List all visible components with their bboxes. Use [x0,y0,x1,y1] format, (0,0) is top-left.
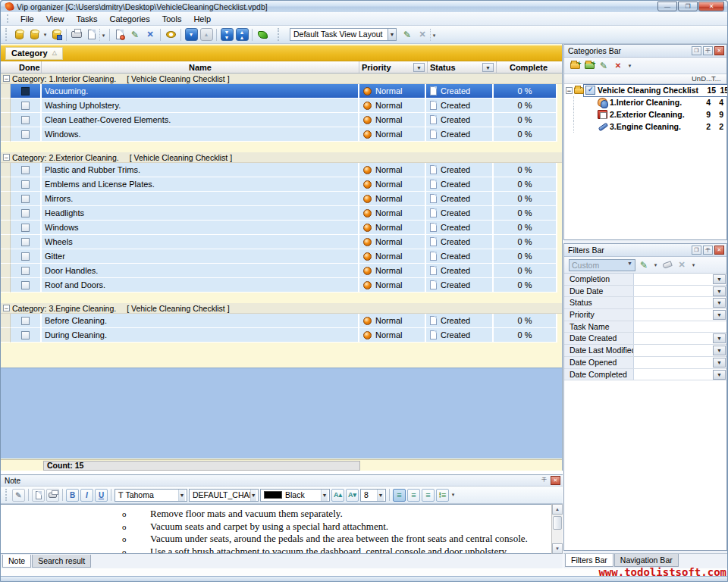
task-row[interactable]: GitterNormalCreated0 % [1,249,562,264]
align-right-button[interactable]: ≡ [422,489,435,502]
task-row[interactable]: Clean Leather-Covered Elements.NormalCre… [1,113,562,127]
task-name-cell[interactable]: Emblems and License Plates. [42,177,359,192]
pin-icon[interactable]: 干 [703,46,713,55]
column-header-priority[interactable]: Priority▼ [359,61,428,73]
task-name-cell[interactable]: Gitter [42,249,359,264]
complete-cell[interactable]: 0 % [494,278,557,293]
apply-filter-icon[interactable]: ✎ [638,259,650,271]
priority-cell[interactable]: Normal [359,221,426,235]
task-row[interactable]: Washing Upholstery.NormalCreated0 % [1,99,562,113]
filter-dropdown-icon[interactable]: ▼ [713,310,726,320]
print-icon[interactable] [69,27,84,42]
delete-category-icon[interactable]: ✕ [612,60,624,71]
complete-cell[interactable]: 0 % [494,113,557,127]
status-cell[interactable]: Created [426,264,494,278]
open-database-icon[interactable] [27,27,42,42]
filter-value-field[interactable] [634,274,713,285]
priority-cell[interactable]: Normal [359,127,426,142]
filter-row[interactable]: Priority▼ [564,309,726,321]
filter-value-field[interactable] [634,309,713,321]
done-cell[interactable] [11,221,42,235]
filter-dropdown-icon[interactable]: ▼ [713,358,726,368]
task-row[interactable]: Emblems and License Plates.NormalCreated… [1,177,562,192]
new-database-icon[interactable] [11,27,27,42]
minimize-button[interactable]: — [657,2,677,11]
task-row[interactable]: Roof and Doors.NormalCreated0 % [1,278,562,293]
priority-cell[interactable]: Normal [359,235,426,249]
edit-task-icon[interactable]: ✎ [127,27,143,42]
menu-help[interactable]: Help [187,13,217,25]
status-cell[interactable]: Created [426,99,494,113]
note-editor[interactable]: oRemove floor mats and vacuum them separ… [1,504,562,554]
move-down-icon[interactable]: ▼ [184,27,199,42]
task-row[interactable]: Mirrors.NormalCreated0 % [1,192,562,206]
layout-combo-value[interactable]: Default Task View Layout [290,28,388,41]
complete-cell[interactable]: 0 % [494,221,557,235]
print-preview-icon[interactable] [84,27,99,42]
filter-dropdown-icon[interactable]: ▼ [713,333,726,343]
complete-cell[interactable]: 0 % [494,235,557,249]
print-icon[interactable] [46,489,59,502]
priority-cell[interactable]: Normal [359,264,426,278]
category-tree-item[interactable]: 3.Engine Cleaning.22 [564,120,726,133]
task-checkbox[interactable] [21,87,30,95]
filter-value-field[interactable] [634,369,713,380]
filter-dropdown-icon[interactable]: ▼ [713,274,726,284]
done-cell[interactable] [11,328,42,343]
filter-row[interactable]: Due Date▼ [564,286,726,298]
complete-cell[interactable]: 0 % [494,192,557,206]
priority-cell[interactable]: Normal [359,177,426,192]
edit-category-icon[interactable]: ✎ [598,60,610,71]
filter-value-field[interactable] [634,286,713,297]
task-checkbox[interactable] [21,180,30,189]
task-name-cell[interactable]: Door Handles. [42,264,359,278]
task-checkbox[interactable] [21,317,30,325]
collapse-group-icon[interactable]: − [3,75,10,82]
close-panel-icon[interactable]: ✕ [714,46,724,55]
tab-navigation-bar[interactable]: Navigation Bar [614,554,679,567]
filter-row[interactable]: Date Last Modified▼ [564,345,726,357]
toolbar-overflow-icon[interactable]: ▾ [99,29,107,41]
task-name-cell[interactable]: Clean Leather-Covered Elements. [42,113,359,127]
complete-cell[interactable]: 0 % [494,206,557,221]
underline-button[interactable]: U [95,489,108,502]
tab-note[interactable]: Note [2,555,31,568]
group-row[interactable]: −Category: 2.Exterior Cleaning.[ Vehicle… [1,152,562,163]
complete-cell[interactable]: 0 % [494,127,557,142]
filter-dropdown-icon[interactable]: ▼ [713,370,726,380]
task-row[interactable]: Before Cleaning.NormalCreated0 % [1,314,562,328]
priority-cell[interactable]: Normal [359,206,426,221]
status-cell[interactable]: Created [426,163,494,177]
save-note-icon[interactable]: ✎ [12,489,25,502]
filter-dropdown-icon[interactable]: ▼ [482,63,494,72]
filter-row[interactable]: Status▼ [564,297,726,309]
task-name-cell[interactable]: Roof and Doors. [42,278,359,293]
task-row[interactable]: Vacuuming.NormalCreated0 % [1,84,562,99]
done-cell[interactable] [11,192,42,206]
filter-value-field[interactable] [634,345,713,356]
done-cell[interactable] [11,163,42,177]
menu-categories[interactable]: Categories [104,13,156,25]
close-button[interactable]: ✕ [698,2,724,11]
task-row[interactable]: During Cleaning.NormalCreated0 % [1,328,562,343]
charset-combo[interactable]: DEFAULT_CHAR ▼ [189,489,259,502]
group-by-category-chip[interactable]: Category △ [5,47,63,60]
task-checkbox[interactable] [21,130,30,139]
toolbar-overflow-icon[interactable]: ▾ [690,262,697,268]
toolbar-overflow-icon[interactable]: ▾ [450,492,457,498]
status-cell[interactable]: Created [426,235,494,249]
column-header-complete[interactable]: Complete [497,61,560,73]
maximize-button[interactable]: ❐ [678,2,698,11]
task-name-cell[interactable]: Vacuuming. [42,84,359,99]
done-cell[interactable] [11,235,42,249]
note-scrollbar[interactable]: ▲ ▼ [551,504,563,554]
clear-filter-icon[interactable] [661,259,673,271]
priority-cell[interactable]: Normal [359,113,426,127]
status-cell[interactable]: Created [426,278,494,293]
status-cell[interactable]: Created [426,206,494,221]
toolbar-overflow-icon[interactable]: ▾• [430,29,438,41]
complete-cell[interactable]: 0 % [494,328,557,343]
task-checkbox[interactable] [21,267,30,275]
delete-filter-icon[interactable]: ✕ [676,259,688,271]
bullets-button[interactable]: ⁝≡ [436,489,449,502]
